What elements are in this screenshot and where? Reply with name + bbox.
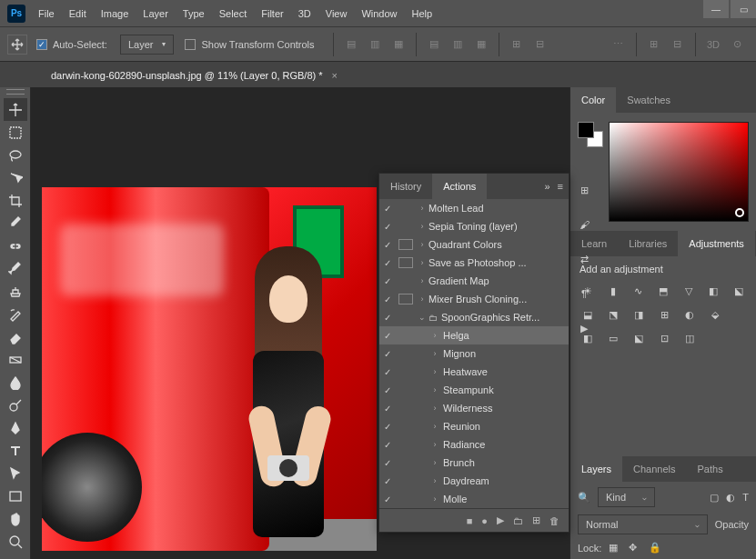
distribute-v-icon[interactable]: ⊟ [530,35,550,55]
menu-layer[interactable]: Layer [143,8,168,19]
expand-icon[interactable]: » [544,181,549,192]
selective-color-icon[interactable]: ⬕ [630,331,647,345]
filter-adjust-icon[interactable]: ◐ [726,492,735,504]
toggle-icon[interactable]: ✓ [379,476,396,486]
toggle-icon[interactable]: ✓ [379,331,396,341]
align-middle-icon[interactable]: ▥ [448,35,468,55]
dialog-toggle[interactable] [398,239,413,250]
action-item[interactable]: ✓›Reunion [379,417,569,435]
menu-select[interactable]: Select [219,8,247,19]
vibrance-icon[interactable]: ▽ [680,284,697,298]
exposure-icon[interactable]: ⬒ [655,284,671,298]
toggle-icon[interactable]: ✓ [379,349,396,359]
toggle-icon[interactable]: ✓ [379,367,396,377]
action-item[interactable]: ✓›Helga [379,326,569,344]
auto-select-target-dropdown[interactable]: Layer ▾ [120,35,175,55]
blend-mode-dropdown[interactable]: Normal ⌵ [578,514,708,534]
invert-icon[interactable]: ◐ [681,307,698,322]
filter-type-icon[interactable]: 🔍 [578,492,590,504]
action-item[interactable]: ✓›Gradient Map [379,272,569,290]
toggle-icon[interactable]: ✓ [379,458,396,468]
action-item[interactable]: ✓›Save as Photoshop ... [379,254,569,272]
tab-adjustments[interactable]: Adjustments [678,231,755,256]
action-set[interactable]: ✓⌄🗀SpoonGraphics Retr... [379,308,569,326]
auto-select-checkbox[interactable]: ✓ [36,39,47,50]
action-item[interactable]: ✓›Quadrant Colors [379,235,569,254]
action-item[interactable]: ✓›Mignon [379,344,569,363]
toggle-icon[interactable]: ✓ [379,494,396,504]
toggle-icon[interactable]: ✓ [379,258,396,268]
align-left-icon[interactable]: ▤ [341,35,361,55]
lasso-tool[interactable] [4,144,27,166]
play-icon[interactable]: ▶ [497,514,504,526]
tab-actions[interactable]: Actions [432,174,487,199]
paragraph-panel-icon[interactable]: ¶ [574,284,594,304]
active-tool-indicator[interactable] [7,35,27,55]
distribute-h-icon[interactable]: ⊞ [507,35,527,55]
align-bottom-icon[interactable]: ▦ [471,35,491,55]
3d-orbit-icon[interactable]: ⊙ [727,35,747,55]
action-item[interactable]: ✓›Sepia Toning (layer) [379,217,569,235]
distribute-icon[interactable]: ⊟ [668,35,688,55]
lock-pixels-icon[interactable]: ▦ [609,542,621,554]
hue-sat-icon[interactable]: ◧ [706,284,722,298]
gradient-tool[interactable] [4,348,27,371]
toggle-icon[interactable]: ✓ [379,240,396,250]
overflow-icon[interactable]: ⋯ [609,35,629,55]
eraser-tool[interactable] [4,325,27,348]
brush-panel-icon[interactable]: 🖌 [574,215,594,235]
menu-type[interactable]: Type [183,8,205,19]
photo-filter-icon[interactable]: ⬔ [605,307,621,322]
delete-icon[interactable]: 🗑 [549,515,559,526]
action-item[interactable]: ✓›Mixer Brush Cloning... [379,290,569,308]
menu-filter[interactable]: Filter [261,8,283,19]
action-item[interactable]: ✓›Daydream [379,472,569,490]
foreground-background-swatch[interactable] [578,122,603,147]
tab-history[interactable]: History [379,174,432,199]
align-right-icon[interactable]: ▦ [388,35,408,55]
move-tool[interactable] [4,98,27,121]
toggle-icon[interactable]: ✓ [379,294,396,304]
show-transform-checkbox[interactable] [185,39,196,50]
minimize-button[interactable]: — [703,0,729,18]
lock-position-icon[interactable]: ✥ [629,542,641,554]
quick-select-tool[interactable] [4,166,27,189]
toggle-icon[interactable]: ✓ [379,276,396,286]
eyedropper-tool[interactable] [4,212,27,235]
dodge-tool[interactable] [4,394,27,416]
new-action-icon[interactable]: ⊞ [532,514,540,526]
type-tool[interactable] [4,439,27,462]
stop-icon[interactable]: ■ [467,515,473,526]
tab-color[interactable]: Color [570,87,616,113]
menu-edit[interactable]: Edit [69,8,86,19]
document-tab[interactable]: darwin-kong-602890-unsplash.jpg @ 11% (L… [40,64,348,87]
gradient-map-icon[interactable]: ▭ [605,331,621,345]
new-set-icon[interactable]: 🗀 [513,515,523,526]
maximize-button[interactable]: ▭ [731,0,756,18]
align-top-icon[interactable]: ▤ [424,35,444,55]
color-lookup-icon[interactable]: ⊞ [656,307,672,322]
menu-3d[interactable]: 3D [298,8,311,19]
hand-tool[interactable] [4,507,27,530]
panel-icon[interactable]: ⊞ [574,180,594,200]
dialog-toggle[interactable] [398,257,413,268]
toggle-icon[interactable]: ✓ [379,422,396,432]
panel-grip[interactable] [6,89,25,95]
posterize-icon[interactable]: ⬙ [707,307,723,322]
tab-channels[interactable]: Channels [622,456,686,482]
tab-swatches[interactable]: Swatches [616,87,681,113]
lock-all-icon[interactable]: 🔒 [649,542,661,554]
toggle-icon[interactable]: ✓ [379,313,396,323]
toggle-icon[interactable]: ✓ [379,385,396,395]
dialog-toggle[interactable] [398,275,413,286]
toggle-icon[interactable]: ✓ [379,222,396,232]
menu-help[interactable]: Help [412,8,433,19]
curves-icon[interactable]: ∿ [630,284,646,298]
menu-image[interactable]: Image [101,8,129,19]
action-item[interactable]: ✓›Brunch [379,454,569,472]
marquee-tool[interactable] [4,121,27,144]
toggle-icon[interactable]: ✓ [379,204,396,214]
tab-libraries[interactable]: Libraries [618,231,678,256]
action-item[interactable]: ✓›Molle [379,490,569,508]
dialog-toggle[interactable] [398,203,413,214]
